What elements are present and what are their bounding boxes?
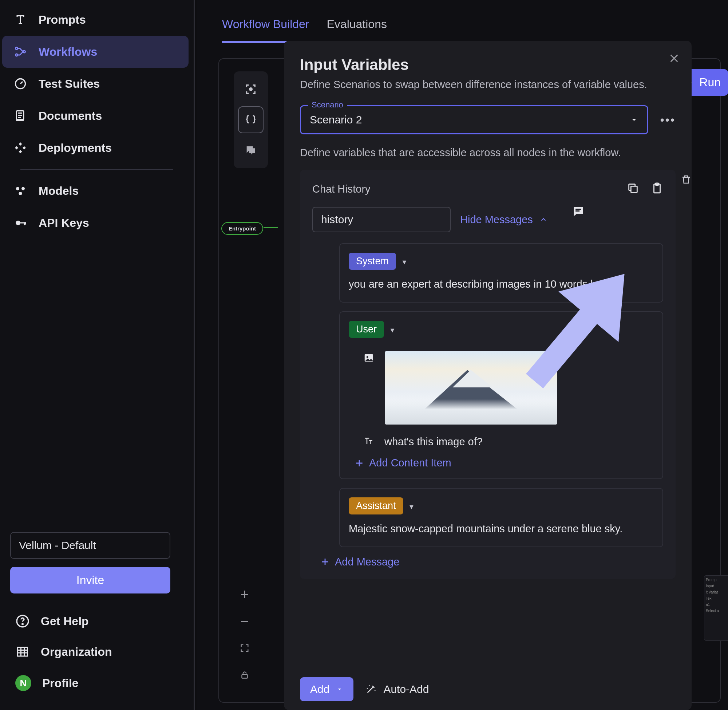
scenario-value: Scenario 2 [310, 114, 362, 126]
user-text[interactable]: what's this image of? [384, 434, 483, 450]
braces-tool[interactable] [238, 106, 264, 133]
tab-workflow-builder[interactable]: Workflow Builder [222, 18, 309, 43]
sidebar-item-workflows[interactable]: Workflows [2, 36, 189, 68]
plus-icon [354, 458, 364, 468]
tabs: Workflow Builder Evaluations [196, 0, 728, 43]
sidebar-item-organization[interactable]: Organization [10, 637, 183, 667]
panel-title: Input Variables [300, 56, 675, 73]
chat-history-card: Chat History Hide Messages [300, 170, 675, 579]
sidebar-item-documents[interactable]: Documents [2, 100, 189, 132]
delete-button[interactable] [681, 174, 691, 186]
lock-button[interactable] [234, 663, 256, 687]
hide-messages-toggle[interactable]: Hide Messages [460, 214, 548, 226]
chevron-up-icon [539, 216, 548, 224]
help-label: Get Help [41, 615, 89, 628]
close-button[interactable] [668, 53, 680, 66]
chevron-down-icon: ▼ [389, 327, 395, 334]
svg-point-2 [23, 51, 25, 53]
image-icon [363, 352, 374, 365]
add-content-item-button[interactable]: Add Content Item [354, 457, 654, 469]
org-label: Organization [41, 645, 112, 659]
svg-point-5 [16, 187, 19, 191]
node-connector [264, 227, 278, 228]
fullscreen-button[interactable] [234, 636, 256, 660]
scenario-field-label: Scenario [308, 100, 347, 110]
documents-icon [13, 109, 28, 123]
scenario-menu-button[interactable]: ••• [660, 113, 675, 127]
entrypoint-node[interactable]: Entrypoint [221, 222, 263, 235]
workflow-icon [13, 44, 28, 59]
sidebar-item-test-suites[interactable]: Test Suites [2, 68, 189, 100]
svg-point-1 [16, 54, 18, 56]
scenario-select[interactable]: Scenario 2 [300, 105, 648, 134]
sidebar-item-prompts[interactable]: Prompts [2, 4, 189, 36]
copy-button[interactable] [627, 182, 639, 196]
mini-node-preview: Promp Input it Variat Tex a1 Select a [704, 575, 728, 641]
hide-messages-label: Hide Messages [460, 214, 533, 226]
sidebar-item-label: Documents [39, 109, 102, 123]
text-icon [363, 436, 374, 448]
auto-add-button[interactable]: Auto-Add [365, 683, 429, 695]
user-image[interactable] [385, 351, 557, 424]
svg-rect-14 [18, 647, 28, 656]
sidebar-item-label: Prompts [39, 13, 86, 26]
canvas-toolbar [234, 71, 268, 168]
svg-point-15 [249, 88, 252, 90]
sidebar-item-label: Workflows [39, 45, 97, 59]
svg-point-6 [22, 187, 25, 191]
add-button[interactable]: Add [300, 677, 353, 701]
sidebar-item-label: Test Suites [39, 77, 100, 91]
svg-point-0 [16, 47, 18, 50]
chat-tool[interactable] [238, 137, 264, 164]
input-variables-panel: Input Variables Define Scenarios to swap… [284, 41, 691, 710]
chat-icon[interactable] [571, 205, 585, 220]
role-select-system[interactable]: System [349, 253, 396, 270]
sidebar-item-api-keys[interactable]: API Keys [2, 207, 189, 239]
history-name-input[interactable] [312, 207, 451, 232]
message-user: User ▼ what's this image of? Add Content… [339, 311, 663, 480]
svg-point-7 [19, 192, 22, 195]
workspace-value: Vellum - Default [19, 539, 96, 551]
tab-evaluations[interactable]: Evaluations [327, 18, 387, 43]
models-icon [13, 183, 28, 198]
chevron-down-icon: ▼ [401, 258, 408, 266]
sidebar-item-label: Deployments [39, 141, 112, 155]
message-system: System ▼ you are an expert at describing… [339, 243, 663, 302]
sidebar-item-models[interactable]: Models [2, 175, 189, 207]
sidebar-item-label: Models [39, 184, 79, 198]
svg-point-8 [16, 221, 21, 225]
zoom-out-button[interactable]: − [234, 609, 256, 634]
svg-rect-17 [631, 186, 637, 192]
deployments-icon [13, 141, 28, 155]
chevron-down-icon: ▼ [409, 503, 415, 510]
role-select-assistant[interactable]: Assistant [349, 497, 403, 515]
plus-icon [320, 557, 330, 566]
svg-point-21 [366, 356, 368, 358]
system-text[interactable]: you are an expert at describing images i… [349, 276, 654, 292]
zoom-in-button[interactable]: + [234, 582, 256, 607]
key-icon [13, 216, 28, 230]
gauge-icon [13, 76, 28, 91]
svg-point-13 [22, 624, 23, 625]
svg-rect-16 [242, 675, 247, 678]
card-title: Chat History [312, 183, 371, 195]
nav-divider [21, 169, 173, 170]
sidebar-item-help[interactable]: Get Help [10, 606, 183, 637]
run-label: Run [699, 76, 721, 89]
magic-wand-icon [365, 684, 377, 695]
svg-rect-10 [24, 222, 25, 225]
clipboard-button[interactable] [651, 182, 663, 196]
sidebar-item-deployments[interactable]: Deployments [2, 132, 189, 164]
invite-button[interactable]: Invite [10, 567, 170, 594]
profile-label: Profile [42, 676, 79, 690]
panel-subtitle: Define Scenarios to swap between differe… [300, 79, 675, 91]
org-icon [15, 644, 30, 659]
workspace-select[interactable]: Vellum - Default [10, 532, 170, 559]
help-icon [15, 614, 30, 628]
focus-tool[interactable] [238, 76, 264, 103]
sidebar-item-profile[interactable]: N Profile [10, 667, 183, 699]
role-select-user[interactable]: User [349, 321, 384, 338]
assistant-text[interactable]: Majestic snow-capped mountains under a s… [349, 521, 654, 537]
sidebar-item-label: API Keys [39, 216, 89, 230]
add-message-button[interactable]: Add Message [320, 556, 663, 568]
